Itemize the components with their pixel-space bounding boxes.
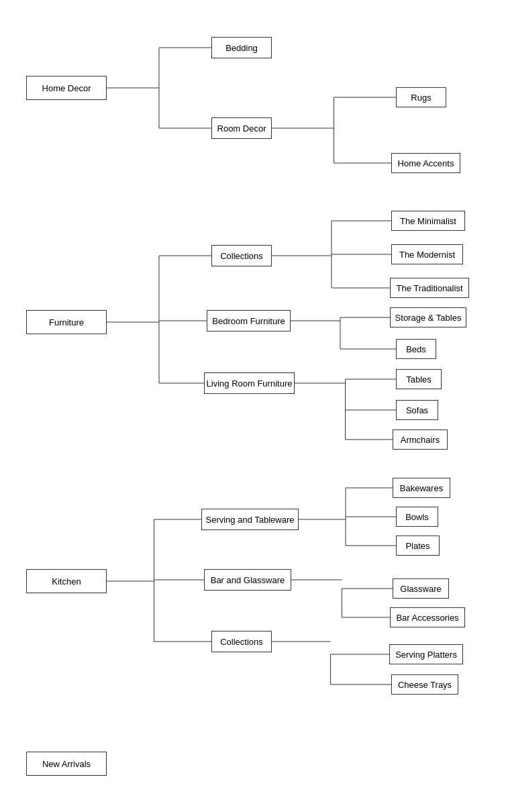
tree-node-serving-tableware: Serving and Tableware xyxy=(201,509,299,530)
tree-node-minimalist: The Minimalist xyxy=(391,211,465,231)
tree-node-furniture: Furniture xyxy=(26,310,107,334)
tree-node-bar-accessories: Bar Accessories xyxy=(390,607,465,627)
tree-node-bowls: Bowls xyxy=(396,507,438,527)
tree-node-glassware: Glassware xyxy=(393,578,449,599)
tree-node-beds: Beds xyxy=(396,339,436,359)
tree-node-armchairs: Armchairs xyxy=(393,429,448,450)
tree-node-kitchen: Kitchen xyxy=(26,569,107,593)
tree-node-living-room-furniture: Living Room Furniture xyxy=(204,372,295,394)
tree-node-home-decor: Home Decor xyxy=(26,76,107,100)
tree-node-storage-tables: Storage & Tables xyxy=(390,307,466,327)
tree-node-traditionalist: The Traditionalist xyxy=(390,278,469,298)
tree-node-sofas: Sofas xyxy=(396,400,438,420)
tree-node-bedroom-furniture: Bedroom Furniture xyxy=(207,310,291,332)
tree-node-modernist: The Modernist xyxy=(391,244,463,264)
tree-node-serving-platters: Serving Platters xyxy=(389,644,463,664)
tree-node-room-decor: Room Decor xyxy=(211,117,272,139)
tree-node-bedding: Bedding xyxy=(211,37,272,58)
tree-node-plates: Plates xyxy=(396,536,440,556)
tree-node-collections-kitchen: Collections xyxy=(211,631,272,652)
tree-node-collections-furn: Collections xyxy=(211,245,272,266)
tree-node-new-arrivals: New Arrivals xyxy=(26,752,107,776)
tree-node-bar-glassware: Bar and Glassware xyxy=(204,569,291,591)
tree-node-bakewares: Bakewares xyxy=(393,478,450,498)
tree-node-home-accents: Home Accents xyxy=(391,153,460,173)
tree-node-tables: Tables xyxy=(396,369,442,389)
tree-node-cheese-trays: Cheese Trays xyxy=(391,674,458,695)
tree-node-rugs: Rugs xyxy=(396,87,446,107)
